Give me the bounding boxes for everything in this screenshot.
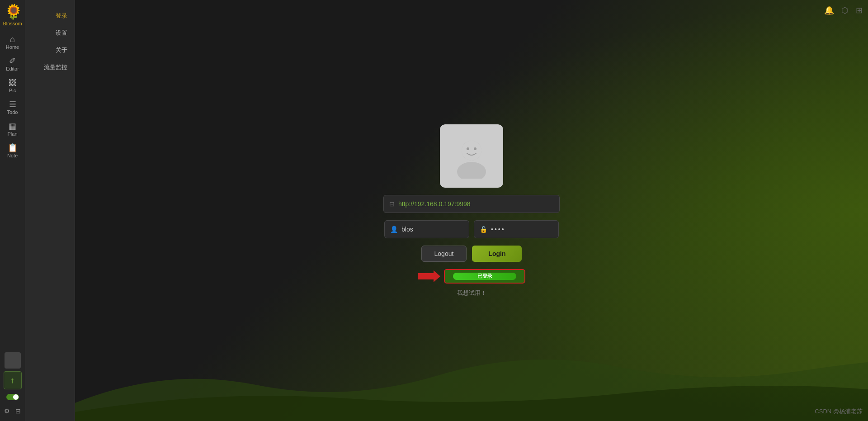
sidebar-item-note[interactable]: 📋 Note	[0, 140, 25, 162]
server-url-input[interactable]	[398, 200, 554, 208]
svg-point-2	[462, 141, 481, 161]
menu-item-settings[interactable]: 设置	[25, 24, 75, 42]
expand-icon[interactable]: ⊟	[14, 407, 23, 416]
username-field[interactable]: 👤	[384, 220, 469, 238]
status-text: 已登录	[477, 273, 492, 279]
app-logo: 🌻	[5, 4, 21, 20]
hills-background	[75, 331, 868, 421]
try-link[interactable]: 我想试用！	[457, 289, 486, 297]
svg-point-3	[467, 147, 469, 150]
user-icon: 👤	[390, 226, 398, 233]
editor-icon: ✐	[9, 57, 16, 65]
sidebar-item-label: Editor	[6, 66, 19, 71]
sidebar-item-pic[interactable]: 🖼 Pic	[0, 75, 25, 97]
sidebar-item-label: Pic	[9, 88, 16, 93]
server-url-field[interactable]: ⊟	[383, 195, 560, 213]
svg-marker-5	[418, 270, 440, 282]
sidebar-toggle-row	[4, 392, 22, 402]
main-content: 🔔 ⬡ ⊞ ⊟ 👤	[75, 0, 868, 421]
status-bar: 已登录	[453, 273, 516, 280]
svg-point-4	[474, 147, 476, 150]
lock-icon: 🔒	[480, 226, 487, 233]
upload-button[interactable]: ↑	[4, 371, 22, 389]
menu-item-login[interactable]: 登录	[25, 7, 75, 24]
sidebar-item-label: Plan	[7, 131, 17, 137]
password-input[interactable]	[491, 226, 570, 233]
note-icon: 📋	[8, 144, 18, 152]
todo-icon: ☰	[9, 100, 16, 109]
sidebar-item-todo[interactable]: ☰ Todo	[0, 97, 25, 118]
arrow-container: 已登录	[418, 269, 525, 284]
avatar-icon	[449, 133, 494, 179]
pic-icon: 🖼	[9, 79, 17, 87]
hexagon-icon[interactable]: ⬡	[841, 5, 849, 15]
sidebar-bottom: ↑ ⚙ ⊟	[0, 352, 25, 421]
top-right-icons: 🔔 ⬡ ⊞	[824, 5, 863, 15]
menu-sidebar: 登录 设置 关于 流量监控	[25, 0, 75, 421]
login-container: ⊟ 👤 🔒 Logout Login	[383, 124, 560, 297]
app-name: Blossom	[3, 21, 22, 26]
svg-point-1	[457, 162, 486, 179]
red-arrow-icon	[418, 270, 440, 283]
sidebar-item-plan[interactable]: ▦ Plan	[0, 118, 25, 140]
home-icon: ⌂	[10, 35, 15, 43]
sidebar-thumbnail	[5, 352, 21, 369]
icon-sidebar: 🌻 Blossom ⌂ Home ✐ Editor 🖼 Pic ☰ Todo ▦…	[0, 0, 25, 421]
sidebar-item-label: Todo	[7, 109, 18, 115]
toggle-knob	[13, 394, 19, 400]
plan-icon: ▦	[9, 122, 16, 130]
sidebar-item-editor[interactable]: ✐ Editor	[0, 53, 25, 75]
menu-item-about[interactable]: 关于	[25, 42, 75, 59]
user-avatar	[440, 124, 503, 188]
settings-icon[interactable]: ⚙	[3, 407, 12, 416]
login-button[interactable]: Login	[472, 246, 522, 262]
notification-icon[interactable]: 🔔	[824, 5, 834, 15]
logout-button[interactable]: Logout	[421, 246, 467, 262]
status-container: 已登录 我想试用！	[418, 269, 525, 297]
sidebar-item-label: Note	[7, 153, 18, 158]
theme-toggle[interactable]	[6, 394, 19, 400]
menu-item-monitor[interactable]: 流量监控	[25, 59, 75, 76]
credentials-row: 👤 🔒	[384, 220, 559, 238]
button-row: Logout Login	[383, 246, 560, 262]
username-input[interactable]	[401, 226, 481, 233]
sidebar-item-home[interactable]: ⌂ Home	[0, 32, 25, 53]
status-badge: 已登录	[444, 269, 525, 284]
password-field[interactable]: 🔒	[474, 220, 559, 238]
sidebar-item-label: Home	[6, 44, 19, 50]
watermark: CSDN @杨浦老苏	[815, 407, 863, 416]
grid-icon[interactable]: ⊞	[856, 5, 863, 15]
server-icon: ⊟	[389, 200, 395, 208]
sidebar-bottom-icons: ⚙ ⊟	[0, 405, 25, 417]
